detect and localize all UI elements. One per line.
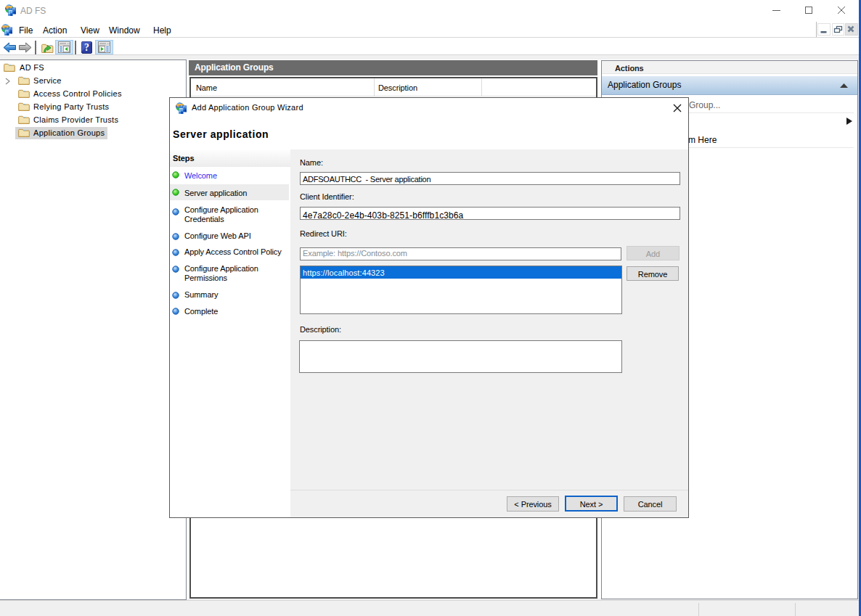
svg-text:?: ? [84,42,89,53]
